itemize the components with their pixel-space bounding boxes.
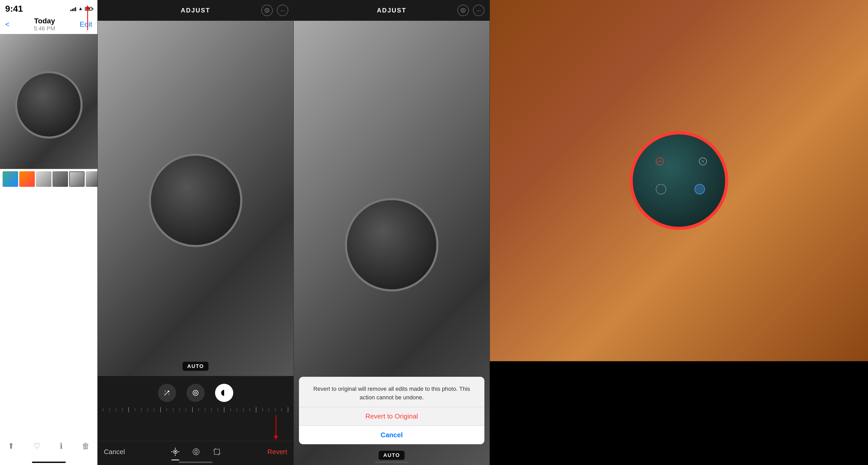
arrow-head-icon <box>86 5 90 9</box>
wifi-icon: ▲ <box>78 6 83 11</box>
thumbnail-strip <box>0 169 97 189</box>
svg-rect-19 <box>214 449 219 454</box>
panel3-header-title: ADJUST <box>377 7 406 14</box>
arrow-head-down-icon <box>274 436 278 440</box>
revert-dialog-message: Revert to original will remove all edits… <box>299 377 485 407</box>
auto-enhance-icon[interactable]: A <box>261 5 273 16</box>
svg-point-6 <box>164 393 164 393</box>
nav-title-label: Today <box>34 17 55 25</box>
slider-ticks <box>103 407 288 412</box>
panel3-device-visual <box>345 198 438 291</box>
nav-title: Today 5:46 PM <box>34 17 55 32</box>
wand-tool-button[interactable] <box>158 384 176 402</box>
home-indicator-2 <box>179 462 213 463</box>
svg-point-8 <box>194 392 196 394</box>
thumbnail-3[interactable] <box>53 171 68 187</box>
status-bar: 9:41 ▲ <box>0 0 97 16</box>
trash-icon[interactable]: 🗑 <box>82 442 90 451</box>
dialog-cancel-button[interactable]: Cancel <box>299 426 485 444</box>
auto-badge: AUTO <box>183 362 209 371</box>
panel3-auto-badge: AUTO <box>379 451 405 460</box>
device-visual-edit <box>149 154 242 247</box>
back-button[interactable]: < <box>5 20 9 29</box>
share-icon[interactable]: ⬆ <box>8 441 14 451</box>
original-color-photo: × <box>490 0 868 361</box>
edit-header: ADJUST A ··· <box>98 0 293 21</box>
nav-subtitle-label: 5:46 PM <box>34 25 55 32</box>
annotation-area <box>98 415 293 441</box>
status-time: 9:41 <box>5 4 23 14</box>
edit-photo-area: AUTO <box>98 21 293 376</box>
more-options-icon[interactable]: ··· <box>277 5 288 16</box>
revert-to-original-button[interactable]: Revert to Original <box>299 407 485 426</box>
color-tool-button[interactable] <box>190 445 203 458</box>
panel3-header-icons: A ··· <box>457 5 485 16</box>
svg-point-7 <box>193 390 198 395</box>
svg-text:A: A <box>266 9 268 12</box>
svg-point-4 <box>165 391 166 392</box>
device-btn-2: × <box>699 158 707 165</box>
revert-dialog: Revert to original will remove all edits… <box>299 377 485 444</box>
thumbnail-4-selected[interactable] <box>69 171 85 187</box>
device-btn-3 <box>656 184 666 194</box>
rotate-tool-button[interactable] <box>186 384 205 402</box>
panel3-more-options-icon[interactable]: ··· <box>473 5 485 16</box>
panel-edit-view: ADJUST A ··· AUTO <box>97 0 293 465</box>
home-indicator-3 <box>375 462 408 463</box>
info-icon[interactable]: ℹ <box>60 441 63 451</box>
brightness-tool-button[interactable] <box>169 445 182 458</box>
device-btn-1 <box>656 158 663 165</box>
panel-iphone-photos: 9:41 ▲ < Today 5:46 PM Edit <box>0 0 97 465</box>
bottom-toolbar: ⬆ ♡ ℹ 🗑 <box>0 437 97 455</box>
panel4-bottom-black <box>490 361 868 465</box>
thumbnail-1[interactable] <box>19 171 35 187</box>
edit-photo-bw <box>98 21 293 376</box>
slider-track[interactable] <box>98 404 293 415</box>
device-btn-4 <box>694 184 705 194</box>
arrow-shaft-down <box>276 415 276 436</box>
thumbnail-5[interactable] <box>86 171 97 187</box>
svg-point-5 <box>168 394 169 395</box>
device-visual <box>15 71 83 139</box>
panel3-auto-enhance-icon[interactable]: A <box>457 5 469 16</box>
home-indicator <box>32 462 66 463</box>
thumbnail-0[interactable] <box>3 171 18 187</box>
revert-button[interactable]: Revert <box>267 448 287 456</box>
photo-image-bw <box>0 34 97 169</box>
edit-bottom-icons <box>169 445 223 458</box>
edit-bottom-bar: Cancel <box>98 441 293 462</box>
annotation-arrow-up <box>86 5 90 30</box>
annotation-arrow-down <box>274 415 278 441</box>
cancel-edit-button[interactable]: Cancel <box>104 448 125 456</box>
svg-text:A: A <box>462 9 464 12</box>
edit-header-title: ADJUST <box>181 7 210 14</box>
edit-header-icons: A ··· <box>261 5 288 16</box>
edit-tools-area: Cancel <box>98 376 293 465</box>
panel3-header: ADJUST A ··· <box>294 0 490 21</box>
panel-original-photo: × <box>490 0 868 465</box>
svg-point-15 <box>175 451 176 453</box>
heart-icon[interactable]: ♡ <box>33 441 40 451</box>
svg-line-2 <box>164 392 168 395</box>
main-photo[interactable] <box>0 34 97 169</box>
arrow-shaft <box>87 9 88 30</box>
device-color-visual: × <box>629 131 728 230</box>
nav-bar: < Today 5:46 PM Edit <box>0 16 97 34</box>
bw-tool-button[interactable] <box>215 384 233 402</box>
edit-icons-row <box>98 381 293 404</box>
panel-revert-dialog: ADJUST A ··· AUTO Revert to original wil… <box>293 0 490 465</box>
thumbnail-2[interactable] <box>36 171 52 187</box>
signal-bars-icon <box>70 6 76 11</box>
crop-tool-button[interactable] <box>210 445 223 458</box>
